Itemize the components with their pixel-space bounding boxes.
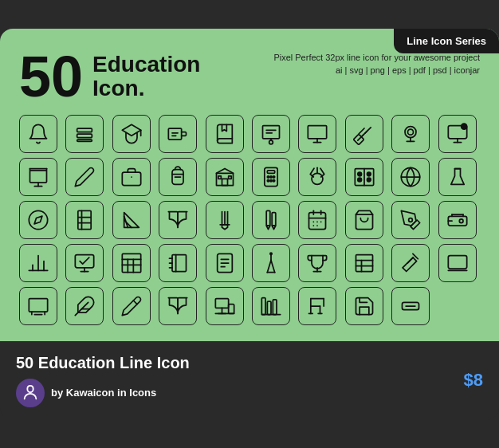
card-image: Line Icon Series 50 Education Icon. Pixe… xyxy=(0,29,499,341)
svg-rect-136 xyxy=(273,299,277,314)
abacus-icon xyxy=(345,158,383,196)
monitor-icon xyxy=(438,115,477,153)
desktop-icon xyxy=(65,244,104,282)
books-stack-icon xyxy=(65,115,104,153)
svg-rect-105 xyxy=(172,254,187,271)
pencil-set-icon xyxy=(252,201,290,239)
svg-rect-5 xyxy=(169,128,182,140)
laptop-icon xyxy=(438,244,477,282)
eraser-icon xyxy=(65,287,104,325)
svg-marker-76 xyxy=(222,224,227,229)
svg-rect-113 xyxy=(356,254,372,271)
svg-point-86 xyxy=(409,218,413,222)
bookshelf-icon xyxy=(252,287,290,325)
svg-point-58 xyxy=(358,178,362,182)
svg-rect-45 xyxy=(267,170,274,173)
backpack-icon xyxy=(159,158,197,196)
globe-icon xyxy=(391,158,430,196)
svg-point-49 xyxy=(267,179,269,181)
desk-chair-icon xyxy=(298,287,336,325)
svg-point-59 xyxy=(367,178,371,182)
svg-rect-78 xyxy=(272,212,276,225)
bar-chart-icon xyxy=(19,244,57,282)
category-label: Icons xyxy=(129,387,156,399)
by-label: by xyxy=(51,387,66,399)
svg-marker-64 xyxy=(34,216,42,224)
projector-screen-icon xyxy=(19,158,57,196)
svg-line-18 xyxy=(365,131,367,132)
svg-marker-79 xyxy=(266,226,270,230)
minus-icon xyxy=(391,287,430,325)
svg-rect-13 xyxy=(308,125,327,138)
product-title-top: Education xyxy=(92,53,200,77)
chalkboard-icon xyxy=(19,287,57,325)
pixel-perfect-desc: Pixel Perfect 32px line icon for your aw… xyxy=(273,53,480,62)
table-grid-icon xyxy=(112,244,151,282)
svg-point-46 xyxy=(267,175,269,177)
svg-rect-1 xyxy=(77,134,92,138)
svg-marker-69 xyxy=(124,212,139,227)
svg-rect-129 xyxy=(215,298,228,308)
svg-rect-119 xyxy=(448,255,466,268)
svg-point-56 xyxy=(358,172,362,176)
test-tube-icon xyxy=(391,244,430,282)
svg-point-47 xyxy=(270,175,272,177)
svg-rect-121 xyxy=(29,298,47,311)
svg-rect-43 xyxy=(228,175,231,179)
bag-icon xyxy=(345,201,383,239)
svg-point-26 xyxy=(461,124,466,129)
svg-point-57 xyxy=(367,172,371,176)
projector-icon xyxy=(438,201,477,239)
product-title-bottom: Icon. xyxy=(92,77,200,101)
svg-point-51 xyxy=(273,179,274,181)
formats-list: ai | svg | png | eps | pdf | psd | iconj… xyxy=(273,65,480,75)
svg-rect-2 xyxy=(77,140,92,141)
svg-point-22 xyxy=(408,129,414,135)
diploma-icon xyxy=(159,115,197,153)
school-building-icon xyxy=(206,158,244,196)
svg-point-52 xyxy=(312,173,323,184)
medal-icon xyxy=(298,158,336,196)
svg-point-63 xyxy=(29,210,47,229)
compass-draw-icon xyxy=(252,244,290,282)
calendar-icon xyxy=(298,201,336,239)
svg-point-48 xyxy=(273,175,274,177)
spiral-notebook-icon xyxy=(159,244,197,282)
footer-title: 50 Education Line Icon xyxy=(16,354,190,372)
certificate-icon xyxy=(252,115,290,153)
webcam-icon xyxy=(391,115,430,153)
svg-rect-8 xyxy=(263,125,280,138)
checklist-icon xyxy=(345,244,383,282)
svg-rect-134 xyxy=(261,297,265,314)
svg-rect-65 xyxy=(78,210,91,229)
product-card: Line Icon Series 50 Education Icon. Pixe… xyxy=(0,29,499,420)
open-book-2-icon xyxy=(159,287,197,325)
svg-marker-80 xyxy=(272,226,276,230)
svg-rect-42 xyxy=(218,175,221,179)
svg-rect-41 xyxy=(222,179,227,185)
pen-nib-icon xyxy=(391,201,430,239)
author-line: by Kawaicon in Icons xyxy=(51,387,156,399)
avatar xyxy=(16,379,45,407)
icon-count: 50 xyxy=(19,48,83,105)
svg-rect-133 xyxy=(228,304,234,313)
icons-grid xyxy=(19,115,480,325)
marker-icon xyxy=(112,287,151,325)
graduation-cap-icon xyxy=(112,115,151,153)
svg-line-118 xyxy=(408,257,414,263)
svg-point-88 xyxy=(459,218,463,222)
svg-rect-0 xyxy=(77,128,92,132)
list-document-icon xyxy=(206,244,244,282)
svg-marker-3 xyxy=(122,124,140,136)
badge: Line Icon Series xyxy=(394,29,499,53)
svg-rect-81 xyxy=(309,212,326,229)
calculator-icon xyxy=(252,158,290,196)
open-book-icon xyxy=(159,201,197,239)
pencil-icon xyxy=(65,158,104,196)
svg-rect-100 xyxy=(122,253,140,272)
bell-icon xyxy=(19,115,57,153)
footer-meta: by Kawaicon in Icons xyxy=(16,379,190,407)
triangle-ruler-icon xyxy=(112,201,151,239)
flask-icon xyxy=(438,158,477,196)
svg-point-50 xyxy=(270,179,272,181)
